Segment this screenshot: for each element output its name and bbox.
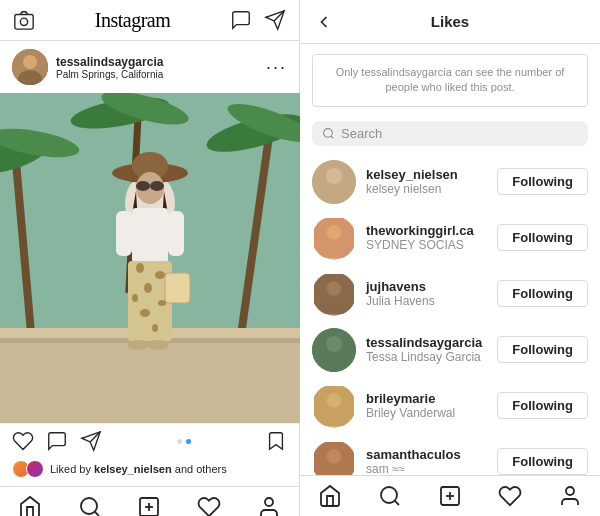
liked-username[interactable]: kelsey_nielsen (94, 463, 172, 475)
following-button[interactable]: Following (497, 168, 588, 195)
following-button[interactable]: Following (497, 280, 588, 307)
like-item: samanthaculos sam ≈≈ Following (300, 434, 600, 475)
search-icon (322, 127, 335, 140)
svg-point-77 (566, 487, 574, 495)
like-display-name: Tessa Lindsay Garcia (366, 350, 487, 364)
nav-heart-icon[interactable] (197, 495, 221, 516)
svg-point-64 (327, 393, 342, 408)
dot-2 (186, 439, 191, 444)
like-user-info: tessalindsaygarcia Tessa Lindsay Garcia (366, 335, 487, 364)
svg-point-31 (136, 263, 144, 273)
post-actions-left (12, 430, 102, 452)
nav-add-icon[interactable] (137, 495, 161, 516)
top-bar-right-icons (229, 8, 287, 32)
share-post-button[interactable] (80, 430, 102, 452)
svg-point-32 (155, 271, 165, 279)
svg-point-33 (144, 283, 152, 293)
like-username[interactable]: samanthaculos (366, 447, 487, 462)
more-options-button[interactable]: ··· (266, 57, 287, 78)
right-nav-home-icon[interactable] (318, 484, 342, 508)
like-avatar[interactable] (312, 160, 356, 204)
svg-rect-28 (116, 211, 132, 256)
comment-button[interactable] (46, 430, 68, 452)
carousel-indicator (102, 439, 265, 444)
like-username[interactable]: theworkinggirl.ca (366, 223, 487, 238)
like-avatar[interactable] (312, 440, 356, 475)
svg-point-48 (265, 498, 273, 506)
svg-point-35 (158, 300, 166, 306)
svg-rect-29 (168, 211, 184, 256)
right-nav-profile-icon[interactable] (558, 484, 582, 508)
svg-point-67 (327, 449, 342, 464)
svg-point-72 (381, 487, 397, 503)
post-header: tessalindsaygarcia Palm Springs, Califor… (0, 41, 299, 93)
like-user-info: kelsey_nielsen kelsey nielsen (366, 167, 487, 196)
likes-header: Likes (300, 0, 600, 44)
like-user-info: brileymarie Briley Vanderwal (366, 391, 487, 420)
share-icon[interactable] (263, 8, 287, 32)
following-button[interactable]: Following (497, 336, 588, 363)
svg-point-36 (140, 309, 150, 317)
nav-home-icon[interactable] (18, 495, 42, 516)
like-avatar[interactable] (312, 216, 356, 260)
following-button[interactable]: Following (497, 392, 588, 419)
following-button[interactable]: Following (497, 448, 588, 475)
privacy-notice: Only tessalindsaygarcia can see the numb… (312, 54, 588, 107)
avatar[interactable] (12, 49, 48, 85)
svg-point-65 (321, 409, 346, 427)
like-button[interactable] (12, 430, 34, 452)
top-bar: Instagram (0, 0, 299, 41)
nav-search-icon[interactable] (78, 495, 102, 516)
like-avatar[interactable] (312, 328, 356, 372)
liked-avatars (12, 460, 44, 478)
svg-line-50 (331, 136, 333, 138)
like-user-info: theworkinggirl.ca SYDNEY SOCIAS (366, 223, 487, 252)
left-panel: Instagram (0, 0, 300, 516)
like-avatar[interactable] (312, 384, 356, 428)
svg-point-56 (321, 241, 346, 259)
save-button[interactable] (265, 430, 287, 452)
camera-icon[interactable] (12, 8, 36, 32)
svg-rect-38 (165, 273, 190, 303)
likes-title: Likes (431, 13, 469, 30)
like-item: jujhavens Julia Havens Following (300, 266, 600, 322)
nav-profile-icon[interactable] (257, 495, 281, 516)
back-button[interactable] (312, 10, 336, 34)
following-button[interactable]: Following (497, 224, 588, 251)
like-item: theworkinggirl.ca SYDNEY SOCIAS Followin… (300, 210, 600, 266)
svg-point-55 (327, 225, 342, 240)
liked-text: Liked by kelsey_nielsen and others (50, 463, 227, 475)
svg-point-24 (136, 181, 150, 191)
svg-line-44 (94, 512, 98, 516)
right-nav-search-icon[interactable] (378, 484, 402, 508)
app-logo: Instagram (95, 9, 170, 32)
like-item: kelsey_nielsen kelsey nielsen Following (300, 154, 600, 210)
svg-point-1 (20, 18, 27, 25)
search-bar (312, 121, 588, 146)
post-image (0, 93, 300, 423)
right-nav-add-icon[interactable] (438, 484, 462, 508)
svg-point-61 (326, 336, 342, 352)
bottom-nav (0, 486, 299, 516)
right-panel: Likes Only tessalindsaygarcia can see th… (300, 0, 600, 516)
like-username[interactable]: brileymarie (366, 391, 487, 406)
like-avatar[interactable] (312, 272, 356, 316)
like-display-name: SYDNEY SOCIAS (366, 238, 487, 252)
svg-point-52 (326, 168, 342, 184)
svg-point-43 (81, 498, 97, 514)
post-location: Palm Springs, California (56, 69, 163, 80)
svg-point-25 (150, 181, 164, 191)
like-display-name: kelsey nielsen (366, 182, 487, 196)
like-user-info: jujhavens Julia Havens (366, 279, 487, 308)
post-username[interactable]: tessalindsaygarcia (56, 55, 163, 69)
right-nav-heart-icon[interactable] (498, 484, 522, 508)
svg-point-34 (132, 294, 138, 302)
like-username[interactable]: tessalindsaygarcia (366, 335, 487, 350)
like-username[interactable]: jujhavens (366, 279, 487, 294)
like-username[interactable]: kelsey_nielsen (366, 167, 487, 182)
svg-rect-0 (15, 15, 33, 30)
search-input[interactable] (341, 126, 578, 141)
inbox-icon[interactable] (229, 8, 253, 32)
like-display-name: Briley Vanderwal (366, 406, 487, 420)
dot-1 (177, 439, 182, 444)
